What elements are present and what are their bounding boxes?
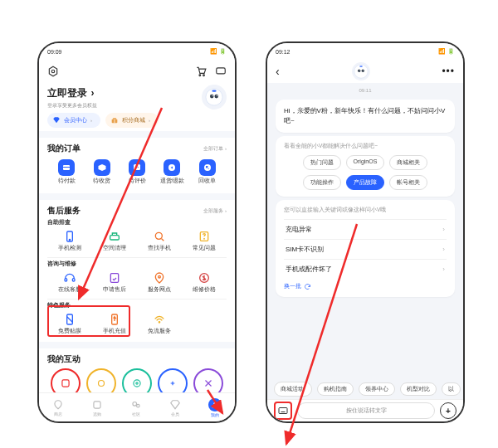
after-more[interactable]: 全部服务 › [203,207,227,215]
q-charge[interactable]: 充电异常› [284,219,447,239]
status-time: 09:09 [47,49,62,55]
order-pending-receive[interactable]: 待收货 [84,159,119,185]
nav-store[interactable]: 商店 [52,399,64,416]
space-clean[interactable]: 空间清理 [92,230,137,252]
svg-rect-14 [63,167,70,168]
svg-point-42 [213,402,216,405]
chat-footer: 按住说话转文字 + [267,399,463,421]
chip-product-fault[interactable]: 产品故障 [346,175,384,190]
svg-point-46 [359,70,359,71]
orders-title: 我的订单 [47,143,81,154]
gift-icon [110,116,119,124]
inter-5[interactable] [193,368,223,393]
find-phone[interactable]: 查找手机 [137,230,182,252]
svg-point-40 [133,402,137,406]
svg-point-24 [155,232,162,239]
refresh-link[interactable]: 换一批 [284,282,447,290]
chip-hot[interactable]: 热门问题 [303,155,341,170]
more-icon[interactable]: ••• [442,66,455,77]
list-hint: 您可以直接输入关键词或像这样问小V哦 [284,207,447,214]
member-center-pill[interactable]: 会员中心 › [47,113,100,128]
faq[interactable]: 常见问题 [182,230,227,252]
login-arrow: › [90,87,94,99]
bottom-chip-scroll[interactable]: 商城活动• 购机指南 领券中心 机型对比 以 [267,378,463,400]
g2-title: 咨询与维修 [47,260,227,268]
order-pending-review[interactable]: 待评价 [120,159,154,185]
svg-point-7 [214,95,218,99]
bottom-nav: 商店 选购 社区 会员 我的 [39,392,235,421]
online-service[interactable]: 在线客服 [47,271,92,294]
greet-text: Hi，亲爱的V粉，新年快乐！有什么问题，不妨问问小V吧~ [284,106,447,126]
inter-3[interactable] [122,368,152,393]
nav-member[interactable]: 会员 [169,399,181,416]
svg-point-8 [212,95,212,96]
chip-originos[interactable]: OriginOS [346,155,385,170]
svg-rect-35 [62,380,69,387]
bot-avatar[interactable] [352,62,370,80]
svg-point-6 [210,95,214,99]
service-point[interactable]: 服务网点 [137,271,182,294]
login-title[interactable]: 立即登录 [47,87,87,99]
status-icons-r: 📶 🔋 [436,48,455,55]
inter-1[interactable] [51,368,81,393]
chip-mall[interactable]: 商城相关 [389,155,427,170]
status-bar-r: 09:12 📶 🔋 [267,43,463,60]
order-pending-pay[interactable]: 待付款 [49,159,84,185]
status-time-r: 09:12 [276,49,290,55]
svg-point-2 [199,75,201,76]
cart-icon[interactable] [195,66,207,77]
greet-card: Hi，亲爱的V粉，新年快乐！有什么问题，不妨问问小V吧~ [276,100,455,133]
free-data[interactable]: 免流服务 [137,313,182,335]
order-refund[interactable]: 退货/退款 [154,159,189,185]
avatar[interactable] [202,85,227,110]
svg-point-41 [137,404,140,407]
points-mall-pill[interactable]: 积分商城 › [105,113,159,128]
svg-point-9 [217,95,217,96]
nav-mine[interactable]: 我的 [208,398,222,417]
svg-point-45 [361,70,364,72]
orders-section: 我的订单 全部订单 › 待付款 待收货 [39,138,235,193]
inter-2[interactable] [86,368,116,393]
inter-4[interactable] [158,368,188,393]
svg-marker-0 [49,66,56,76]
phone-recharge[interactable]: 手机充值 [92,313,137,335]
apply-after-sale[interactable]: 申请售后 [92,271,137,294]
orders-more[interactable]: 全部订单 › [203,145,227,153]
points-pill-label: 积分商城 [122,116,145,124]
chat-header: ‹ ••• [267,60,463,83]
after-title: 售后服务 [47,205,81,217]
svg-rect-29 [110,274,118,283]
message-icon[interactable] [215,66,227,77]
svg-point-38 [136,382,138,384]
inter-title: 我的互动 [47,353,81,365]
phone-check[interactable]: 手机检测 [47,230,92,252]
svg-point-48 [359,66,363,67]
svg-point-36 [98,381,104,387]
svg-rect-49 [279,408,287,414]
free-film[interactable]: 免费贴膜 [47,313,92,335]
back-icon[interactable]: ‹ [276,65,280,78]
bchip-activity[interactable]: 商城活动• [274,382,312,396]
q-sim[interactable]: SIM卡不识别› [284,239,447,259]
bchip-coupon[interactable]: 领券中心 [359,382,395,396]
plus-button[interactable]: + [440,402,456,419]
hold-to-talk[interactable]: 按住说话转文字 [297,402,435,419]
diamond-icon [52,116,61,124]
svg-rect-39 [94,401,100,407]
q-broken[interactable]: 手机或配件坏了› [284,259,447,279]
chip-function[interactable]: 功能操作 [303,175,341,190]
nav-community[interactable]: 社区 [130,399,142,416]
bchip-guide[interactable]: 购机指南 [317,382,354,396]
repair-price[interactable]: 维修价格 [182,271,227,294]
nav-buy[interactable]: 选购 [91,399,103,416]
svg-point-34 [159,322,159,323]
chip-account[interactable]: 帐号相关 [389,175,427,190]
keyboard-button[interactable] [274,402,292,420]
left-phone: 09:09 📶 🔋 [37,41,237,423]
svg-point-22 [69,239,70,240]
gear-hex-icon[interactable] [47,66,59,77]
bchip-more[interactable]: 以 [442,382,461,396]
login-sub: 登录享受更多会员权益 [47,100,97,110]
bchip-compare[interactable]: 机型对比 [400,382,437,396]
order-recycle[interactable]: 回收单 [190,159,225,185]
